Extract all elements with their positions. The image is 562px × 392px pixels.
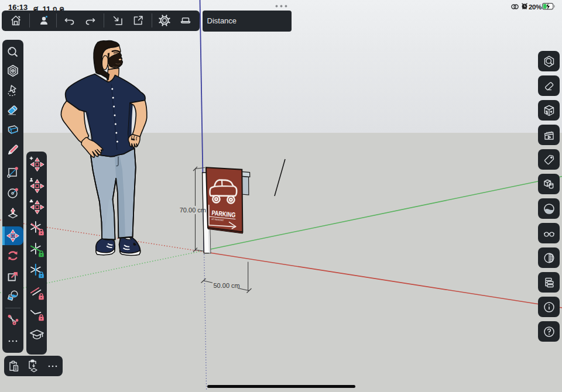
svg-text:50.00 cm: 50.00 cm: [214, 282, 240, 289]
svg-text:70.00 cm: 70.00 cm: [180, 207, 206, 214]
